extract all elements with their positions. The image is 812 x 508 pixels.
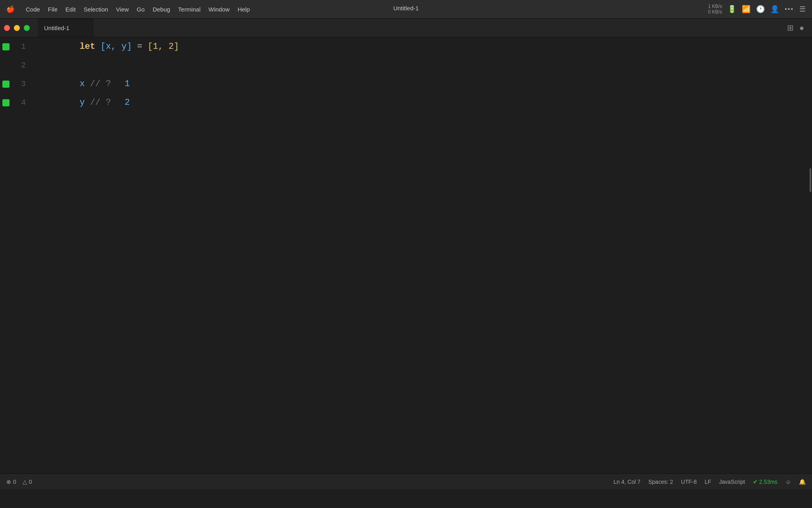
eol[interactable]: LF bbox=[705, 479, 711, 485]
apple-icon[interactable]: 🍎 bbox=[6, 5, 15, 13]
menu-debug[interactable]: Debug bbox=[149, 4, 174, 14]
code-content-4[interactable]: y // ? 2 bbox=[34, 75, 807, 131]
tab-title: Untitled-1 bbox=[44, 25, 69, 31]
run-square-1 bbox=[2, 43, 10, 50]
user-icon: 👤 bbox=[770, 5, 779, 13]
wifi-icon: 📶 bbox=[742, 5, 751, 13]
menu-go[interactable]: Go bbox=[133, 4, 149, 14]
timing[interactable]: ✔ 2.53ms bbox=[753, 479, 778, 485]
smiley-icon: ☺ bbox=[785, 479, 791, 485]
menu-file[interactable]: File bbox=[44, 4, 61, 14]
maximize-button[interactable] bbox=[24, 25, 30, 31]
warning-icon: △ bbox=[23, 479, 27, 485]
split-editor-button[interactable]: ⊞ bbox=[787, 23, 794, 33]
menubar: 🍎 Code File Edit Selection View Go Debug… bbox=[0, 0, 812, 19]
code-space bbox=[95, 42, 100, 52]
var-y: y bbox=[121, 42, 126, 52]
tab-bar: Untitled-1 ⊞ ● bbox=[0, 19, 812, 37]
language-text: JavaScript bbox=[719, 479, 745, 485]
val-2: 2 bbox=[169, 42, 174, 52]
menubar-right-area: 1 KB/s0 KB/s 🔋 📶 🕐 👤 ••• ☰ bbox=[708, 4, 806, 15]
traffic-lights bbox=[4, 25, 30, 31]
result-4: 2 bbox=[124, 98, 130, 108]
keyword-let: let bbox=[80, 42, 96, 52]
indentation[interactable]: Spaces: 2 bbox=[648, 479, 673, 485]
array-close: ] bbox=[174, 42, 179, 52]
space-4b bbox=[111, 98, 121, 108]
language-mode[interactable]: JavaScript bbox=[719, 479, 745, 485]
menu-code[interactable]: Code bbox=[22, 4, 44, 14]
run-indicator-3[interactable] bbox=[0, 81, 12, 88]
warning-count-value: 0 bbox=[29, 479, 32, 485]
error-count-value: 0 bbox=[13, 479, 16, 485]
eol-text: LF bbox=[705, 479, 711, 485]
editor-area: 1 let [x, y] = [1, 2] 2 3 x // ? 1 bbox=[0, 37, 812, 473]
run-square-3 bbox=[2, 81, 10, 88]
bell-icon: 🔔 bbox=[799, 479, 806, 485]
menu-help[interactable]: Help bbox=[234, 4, 254, 14]
line-number-4: 4 bbox=[12, 93, 34, 112]
encoding-text: UTF-8 bbox=[681, 479, 697, 485]
comma-sep: , bbox=[111, 42, 121, 52]
editor-empty-space[interactable] bbox=[0, 112, 807, 473]
indentation-text: Spaces: 2 bbox=[648, 479, 673, 485]
emoji-button[interactable]: ☺ bbox=[785, 479, 791, 485]
close-button[interactable] bbox=[4, 25, 10, 31]
scrollbar-thumb[interactable] bbox=[810, 168, 811, 192]
line-number-1: 1 bbox=[12, 37, 34, 56]
battery-icon: 🔋 bbox=[728, 5, 736, 13]
menu-selection[interactable]: Selection bbox=[80, 4, 112, 14]
clock-icon: 🕐 bbox=[756, 5, 765, 13]
status-right: Ln 4, Col 7 Spaces: 2 UTF-8 LF JavaScrip… bbox=[614, 479, 806, 485]
cursor-position[interactable]: Ln 4, Col 7 bbox=[614, 479, 641, 485]
list-icon[interactable]: ☰ bbox=[799, 5, 806, 13]
record-button[interactable]: ● bbox=[799, 23, 804, 33]
menu-view[interactable]: View bbox=[112, 4, 133, 14]
scrollbar[interactable] bbox=[807, 37, 812, 473]
line-number-3: 3 bbox=[12, 75, 34, 93]
run-square-4 bbox=[2, 99, 10, 106]
menu-terminal[interactable]: Terminal bbox=[174, 4, 205, 14]
val-1: 1 bbox=[153, 42, 158, 52]
destructure-open: [ bbox=[100, 42, 105, 52]
status-left: ⊗ 0 △ 0 bbox=[6, 479, 32, 485]
tab-actions: ⊞ ● bbox=[787, 23, 808, 33]
warning-count[interactable]: △ 0 bbox=[23, 479, 32, 485]
error-icon: ⊗ bbox=[6, 479, 11, 485]
timing-text: ✔ 2.53ms bbox=[753, 479, 778, 485]
line-number-2: 2 bbox=[12, 56, 34, 75]
status-bar: ⊗ 0 △ 0 Ln 4, Col 7 Spaces: 2 UTF-8 LF J… bbox=[0, 473, 812, 489]
error-count[interactable]: ⊗ 0 bbox=[6, 479, 16, 485]
menu-edit[interactable]: Edit bbox=[61, 4, 80, 14]
code-line-4: 4 y // ? 2 bbox=[0, 93, 807, 112]
bandwidth-display: 1 KB/s0 KB/s bbox=[708, 4, 722, 15]
encoding[interactable]: UTF-8 bbox=[681, 479, 697, 485]
code-editor[interactable]: 1 let [x, y] = [1, 2] 2 3 x // ? 1 bbox=[0, 37, 807, 473]
minimize-button[interactable] bbox=[14, 25, 20, 31]
run-indicator-4[interactable] bbox=[0, 99, 12, 106]
editor-tab[interactable]: Untitled-1 bbox=[38, 19, 93, 37]
window-title: Untitled-1 bbox=[393, 5, 419, 12]
array-comma: , bbox=[158, 42, 169, 52]
notifications-button[interactable]: 🔔 bbox=[799, 479, 806, 485]
equals-sign: = bbox=[132, 42, 148, 52]
var-x: x bbox=[106, 42, 111, 52]
more-icon[interactable]: ••• bbox=[785, 6, 794, 13]
space-4a bbox=[85, 98, 90, 108]
comment-4: // ? bbox=[90, 98, 111, 108]
code-line-1: 1 let [x, y] = [1, 2] bbox=[0, 37, 807, 56]
destructure-close: ] bbox=[126, 42, 132, 52]
array-open: [ bbox=[147, 42, 153, 52]
run-indicator-1[interactable] bbox=[0, 43, 12, 50]
cursor-position-text: Ln 4, Col 7 bbox=[614, 479, 641, 485]
var-y-ref: y bbox=[80, 98, 85, 108]
menu-window[interactable]: Window bbox=[205, 4, 234, 14]
